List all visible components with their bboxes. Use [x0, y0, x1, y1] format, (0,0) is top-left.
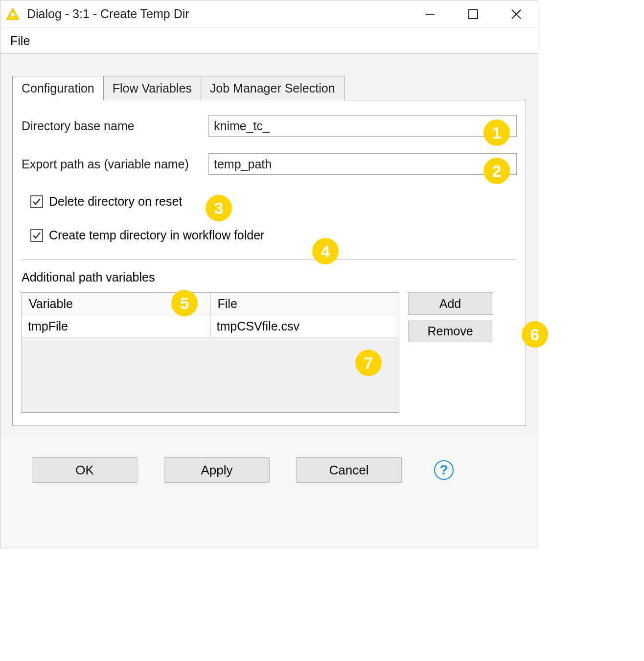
apply-button[interactable]: Apply	[164, 457, 270, 483]
title-bar: Dialog - 3:1 - Create Temp Dir	[0, 0, 538, 28]
add-button[interactable]: Add	[408, 292, 492, 315]
column-header-file[interactable]: File	[211, 293, 399, 315]
tab-bar: Configuration Flow Variables Job Manager…	[12, 66, 526, 100]
cancel-button[interactable]: Cancel	[296, 457, 402, 483]
divider	[22, 259, 517, 260]
table-side-buttons: Add Remove	[408, 292, 492, 413]
tab-job-manager-selection[interactable]: Job Manager Selection	[201, 76, 345, 100]
window-controls	[420, 4, 526, 24]
remove-button[interactable]: Remove	[408, 320, 492, 342]
annotation-badge-1: 1	[483, 119, 510, 146]
svg-rect-3	[469, 10, 478, 19]
tab-flow-variables[interactable]: Flow Variables	[103, 76, 201, 100]
create-in-workflow-checkbox[interactable]	[30, 229, 43, 242]
additional-path-variables-label: Additional path variables	[13, 266, 526, 288]
variables-table[interactable]: Variable File tmpFile tmpCSVfile.csv	[22, 292, 399, 413]
content-area: Configuration Flow Variables Job Manager…	[0, 54, 538, 436]
minimize-button[interactable]	[420, 4, 440, 24]
help-icon[interactable]: ?	[434, 460, 454, 480]
directory-base-name-label: Directory base name	[22, 119, 203, 133]
app-icon	[4, 6, 21, 23]
annotation-badge-5: 5	[171, 290, 198, 316]
dialog-window: Dialog - 3:1 - Create Temp Dir File Conf…	[0, 0, 538, 548]
create-in-workflow-row: Create temp directory in workflow folder	[13, 218, 526, 252]
export-path-input[interactable]	[208, 153, 517, 175]
tab-configuration[interactable]: Configuration	[12, 76, 104, 100]
maximize-button[interactable]	[463, 4, 483, 24]
create-in-workflow-label: Create temp directory in workflow folder	[49, 228, 264, 242]
delete-on-reset-checkbox[interactable]	[30, 195, 43, 208]
annotation-badge-2: 2	[483, 158, 510, 184]
menu-file[interactable]: File	[10, 34, 30, 47]
window-title: Dialog - 3:1 - Create Temp Dir	[27, 7, 420, 21]
table-header: Variable File	[22, 293, 399, 315]
annotation-badge-7: 7	[355, 350, 382, 376]
menu-bar: File	[0, 28, 538, 54]
annotation-badge-6: 6	[522, 321, 548, 348]
export-path-label: Export path as (variable name)	[22, 157, 203, 171]
directory-base-name-input[interactable]	[208, 115, 517, 137]
delete-on-reset-label: Delete directory on reset	[49, 194, 182, 209]
delete-on-reset-row: Delete directory on reset	[13, 185, 526, 218]
footer-buttons: OK Apply Cancel ?	[0, 436, 538, 495]
annotation-badge-4: 4	[312, 238, 339, 264]
cell-file[interactable]: tmpCSVfile.csv	[211, 315, 399, 337]
annotation-badge-3: 3	[206, 195, 232, 221]
close-button[interactable]	[506, 4, 526, 24]
cell-variable[interactable]: tmpFile	[22, 315, 211, 337]
ok-button[interactable]: OK	[32, 457, 138, 483]
configuration-panel: Directory base name Export path as (vari…	[12, 100, 526, 426]
table-row[interactable]: tmpFile tmpCSVfile.csv	[22, 315, 399, 338]
